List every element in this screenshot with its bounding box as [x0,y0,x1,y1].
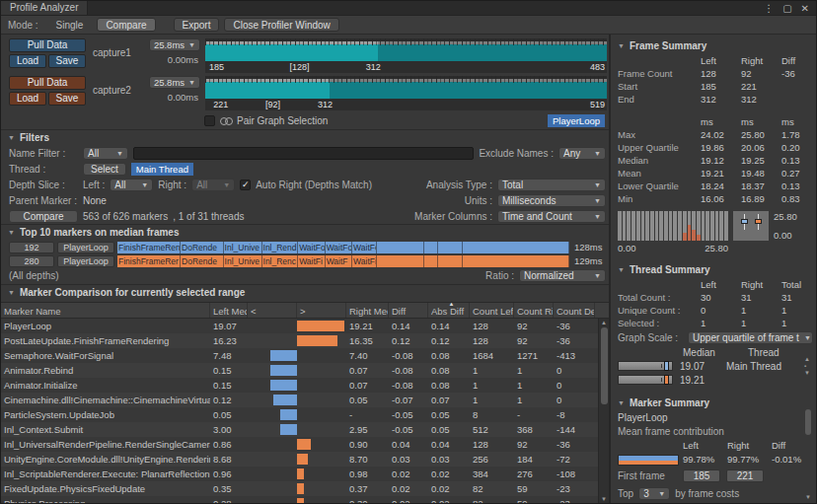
frame-time-histogram[interactable] [618,211,728,241]
marker-summary-header[interactable]: ▼ Marker Summary [618,394,813,411]
frame-summary-header[interactable]: ▼ Frame Summary [618,36,813,54]
units-dropdown[interactable]: Milliseconds▼ [497,194,606,207]
column-header-right-median[interactable]: Right Median [346,303,389,318]
save-button-2[interactable]: Save [48,92,86,106]
table-row[interactable]: PostLateUpdate.FinishFrameRendering16.23… [1,333,609,348]
cell-left-bar [248,348,297,363]
summary-row-label: Lower Quartile [618,180,701,192]
frame-index-button[interactable]: 280 [9,255,54,267]
slider-handle-icon[interactable] [664,375,669,385]
capture1-row: Pull Data Load Save capture1 25.8ms▼ 0.0… [9,38,607,73]
exclude-mode-dropdown[interactable]: Any▼ [558,147,606,160]
tab-profile-analyzer[interactable]: Profile Analyzer [1,1,88,15]
auto-right-checkbox[interactable]: ✓ [240,180,251,190]
table-row[interactable]: Inl_UniversalRenderPipeline.RenderSingle… [1,437,609,452]
depth-right-dropdown[interactable]: All▼ [191,179,235,191]
cell-left-median: 0.15 [210,363,248,378]
ratio-dropdown[interactable]: Normalized▼ [519,269,606,282]
export-button[interactable]: Export [174,18,220,32]
maximize-icon[interactable]: ▢ [782,3,791,14]
table-row[interactable]: Animator.Rebind0.150.07-0.080.08110 [1,363,609,378]
frame-index-button[interactable]: 192 [9,242,54,253]
table-scrollbar[interactable]: ▲ ▼ [598,319,609,503]
first-frame-right-button[interactable]: 221 [726,469,764,482]
column-header-diff[interactable]: Diff [389,303,428,318]
cell-left-bar [248,452,297,467]
scrollbar-thumb[interactable] [601,327,608,404]
save-button-1[interactable]: Save [48,54,86,68]
marker-summary-scrollbar[interactable]: ▼ [804,394,812,500]
analysis-type-dropdown[interactable]: Total▼ [497,179,606,191]
first-frame-label: First frame [618,470,677,481]
frame-time-graph-2[interactable] [205,76,607,99]
depth-left-dropdown[interactable]: All▼ [110,179,153,191]
table-row[interactable]: FixedUpdate.PhysicsFixedUpdate0.350.370.… [1,481,609,496]
pull-data-button-1[interactable]: Pull Data [9,38,86,52]
table-row[interactable]: Animator.Initialize0.150.07-0.080.08110 [1,378,609,393]
thread-scroll-arrows[interactable]: ▲▪▼ [804,356,813,376]
column-header-marker-name[interactable]: Marker Name [1,303,210,318]
top-count-dropdown[interactable]: 3▼ [638,487,670,500]
depth-range-dropdown-1[interactable]: 25.8ms▼ [149,38,200,51]
column-header--[interactable]: < [248,303,297,318]
frame-time-graph-1[interactable] [205,38,607,61]
comparison-header[interactable]: ▼ Marker Comparison for currently select… [1,284,609,300]
table-row[interactable]: PlayerLoop19.0719.210.140.1412892-36 [1,319,609,333]
column-header-count-left[interactable]: Count Left [470,303,514,318]
top10-header[interactable]: ▼ Top 10 markers on median frames [1,224,609,240]
compare-button[interactable]: Compare [9,210,78,223]
marker-button[interactable]: PlayerLoop [57,255,114,267]
histogram-bar [641,211,645,241]
column-header-count-delta[interactable]: Count Delta [554,303,595,318]
chevron-down-icon: ▼ [188,41,195,48]
filters-header[interactable]: ▼ Filters [1,129,609,145]
table-row[interactable]: Semaphore.WaitForSignal7.487.40-0.080.08… [1,348,609,363]
close-icon[interactable]: ✕ [801,3,809,14]
thread-row[interactable]: 19.07Main Thread▲▪▼ [618,359,813,373]
load-button-1[interactable]: Load [9,54,46,68]
pair-graph-checkbox[interactable] [204,115,215,126]
marker-columns-dropdown[interactable]: Time and Count▼ [497,210,606,223]
mode-single-button[interactable]: Single [47,18,93,32]
thread-range-slider[interactable] [618,375,673,385]
thread-row[interactable]: 19.21 [618,373,813,387]
scroll-up-icon[interactable]: ▲ [601,320,607,325]
load-button-2[interactable]: Load [9,92,46,106]
table-row[interactable]: ParticleSystem.UpdateJob0.05--0.050.058-… [1,407,609,422]
table-row[interactable]: Inl_Context.Submit3.002.95-0.050.0551236… [1,422,609,437]
pull-data-button-2[interactable]: Pull Data [9,76,86,90]
comparison-table-header: Marker NameLeft Median<>Right MedianDiff… [1,302,609,319]
top10-bar-right[interactable]: FinishFrameRerDoRendeInl_UniveInl_RencWa… [117,255,569,267]
table-row[interactable]: Physics.Processing0.280.300.020.028259-2… [1,496,609,503]
cell-left-median: 0.05 [210,407,248,422]
top10-bar-segment [424,255,438,267]
name-filter-mode-dropdown[interactable]: All▼ [83,147,128,160]
table-row[interactable]: UnityEngine.CoreModule.dll!UnityEngine.R… [1,452,609,467]
kebab-menu-icon[interactable]: ⋮ [764,3,774,14]
mode-compare-button[interactable]: Compare [97,18,155,32]
table-row[interactable]: Cinemachine.dll!Cinemachine::Cinemachine… [1,393,609,407]
scrollbar-thumb[interactable] [805,409,811,435]
top10-bar-segment: FinishFrameRend [117,242,181,253]
column-header-abs-diff[interactable]: Abs Diff▲ [428,303,470,318]
table-row[interactable]: Inl_ScriptableRenderer.Execute: PlanarRe… [1,467,609,481]
column-header-count-right[interactable]: Count Right [514,303,554,318]
scroll-down-icon[interactable]: ▼ [601,496,607,502]
close-profiler-window-button[interactable]: Close Profiler Window [224,18,338,32]
thread-select-button[interactable]: Select [83,163,126,176]
slider-handle-icon[interactable] [664,361,669,371]
chevron-down-icon: ▼ [188,79,195,86]
top10-bar-left[interactable]: FinishFrameRendDoRendeInl_UniveInl_RendW… [117,242,569,253]
scroll-down-icon[interactable]: ▼ [805,494,811,500]
thread-summary-header[interactable]: ▼ Thread Summary [618,260,813,278]
graph-scale-dropdown[interactable]: Upper quartile of frame t▼ [688,331,813,344]
column-header-left-median[interactable]: Left Median [210,303,248,318]
diff-bar [297,468,304,479]
depth-range-dropdown-2[interactable]: 25.8ms▼ [149,76,200,89]
histogram-highlight-bar [683,233,687,241]
name-filter-input[interactable] [133,147,474,160]
first-frame-left-button[interactable]: 185 [683,469,720,482]
column-header--[interactable]: > [297,303,346,318]
marker-button[interactable]: PlayerLoop [57,242,114,253]
thread-range-slider[interactable] [618,361,673,371]
